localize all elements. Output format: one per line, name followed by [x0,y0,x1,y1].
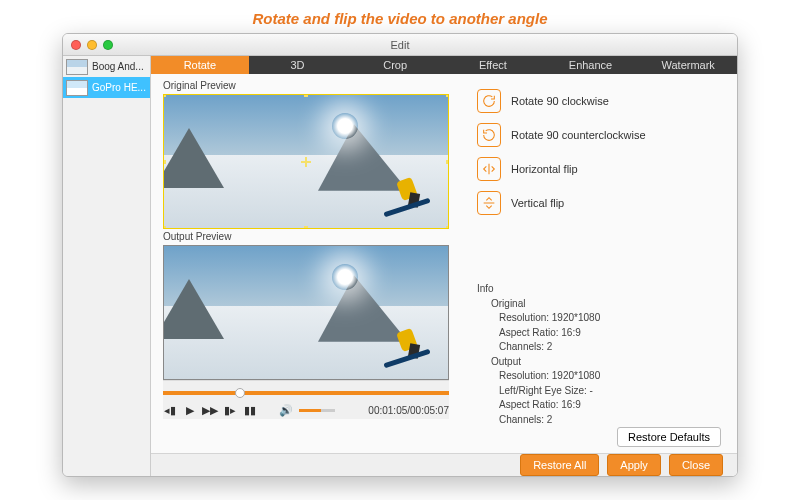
tab-rotate[interactable]: Rotate [151,56,249,74]
tab-crop[interactable]: Crop [346,56,444,74]
resize-handle[interactable] [304,94,308,97]
apply-button[interactable]: Apply [607,454,661,476]
info-row: Resolution: 1920*1080 [477,369,721,384]
tab-enhance[interactable]: Enhance [542,56,640,74]
restore-defaults-button[interactable]: Restore Defaults [617,427,721,447]
option-rotate-ccw[interactable]: Rotate 90 counterclockwise [477,118,721,152]
time-display: 00:01:05/00:05:07 [368,405,449,416]
resize-handle[interactable] [446,94,449,97]
clip-thumbnail [66,59,88,75]
output-preview-label: Output Preview [163,229,449,245]
clip-name: GoPro HE... [92,82,146,93]
tab-effect[interactable]: Effect [444,56,542,74]
play-button[interactable]: ▶ [183,403,197,417]
volume-slider[interactable] [299,409,335,412]
info-row: Resolution: 1920*1080 [477,311,721,326]
info-row: Aspect Ratio: 16:9 [477,398,721,413]
seek-slider[interactable] [163,391,449,395]
info-row: Aspect Ratio: 16:9 [477,326,721,341]
fast-forward-button[interactable]: ▶▶ [203,403,217,417]
rotate-cw-icon [477,89,501,113]
option-label: Rotate 90 counterclockwise [511,129,646,141]
resize-handle[interactable] [446,226,449,229]
info-row: Channels: 2 [477,340,721,355]
flip-vertical-icon [477,191,501,215]
original-preview-label: Original Preview [163,78,449,94]
clip-name: Boog And... [92,61,144,72]
info-row: Left/Right Eye Size: - [477,384,721,399]
restore-all-button[interactable]: Restore All [520,454,599,476]
speaker-icon[interactable]: 🔊 [279,403,293,417]
clip-item[interactable]: Boog And... [63,56,150,77]
option-flip-horizontal[interactable]: Horizontal flip [477,152,721,186]
tab-3d[interactable]: 3D [249,56,347,74]
resize-handle[interactable] [304,226,308,229]
option-label: Horizontal flip [511,163,578,175]
zoom-window-icon[interactable] [103,40,113,50]
resize-handle[interactable] [446,160,449,164]
option-label: Vertical flip [511,197,564,209]
original-preview[interactable] [163,94,449,229]
window-title: Edit [391,39,410,51]
center-handle-icon[interactable] [301,157,311,167]
tab-watermark[interactable]: Watermark [639,56,737,74]
window-controls [63,40,113,50]
stop-button[interactable]: ▮▮ [243,403,257,417]
promo-headline: Rotate and flip the video to another ang… [0,0,800,33]
info-heading: Info [477,282,721,297]
info-output-heading: Output [477,355,721,370]
output-preview [163,245,449,380]
resize-handle[interactable] [163,94,166,97]
next-frame-button[interactable]: ▮▸ [223,403,237,417]
seek-knob[interactable] [235,388,245,398]
footer-bar: Restore All Apply Close [151,453,737,476]
transport-bar: ◂▮ ▶ ▶▶ ▮▸ ▮▮ 🔊 00:01:05/00:05:07 [163,380,449,419]
close-button[interactable]: Close [669,454,723,476]
prev-frame-button[interactable]: ◂▮ [163,403,177,417]
flip-horizontal-icon [477,157,501,181]
minimize-window-icon[interactable] [87,40,97,50]
option-rotate-cw[interactable]: Rotate 90 clockwise [477,84,721,118]
titlebar: Edit [63,34,737,56]
option-label: Rotate 90 clockwise [511,95,609,107]
clip-item-selected[interactable]: GoPro HE... [63,77,150,98]
resize-handle[interactable] [163,160,166,164]
info-original-heading: Original [477,297,721,312]
close-window-icon[interactable] [71,40,81,50]
info-panel: Info Original Resolution: 1920*1080 Aspe… [477,280,721,427]
clip-sidebar: Boog And... GoPro HE... [63,56,151,476]
tab-bar: Rotate 3D Crop Effect Enhance Watermark [151,56,737,74]
info-row: Channels: 2 [477,413,721,428]
rotate-ccw-icon [477,123,501,147]
editor-window: Edit Boog And... GoPro HE... Rotate 3D C… [62,33,738,477]
option-flip-vertical[interactable]: Vertical flip [477,186,721,220]
clip-thumbnail [66,80,88,96]
resize-handle[interactable] [163,226,166,229]
